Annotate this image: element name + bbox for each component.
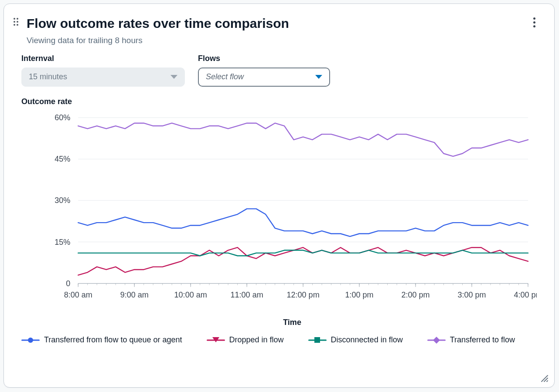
chart-legend: Transferred from flow to queue or agent … (4, 327, 554, 345)
legend-label: Dropped in flow (229, 335, 284, 345)
svg-text:30%: 30% (55, 196, 70, 205)
panel-subtitle: Viewing data for trailing 8 hours (27, 36, 289, 45)
triangle-down-marker-icon (207, 337, 225, 344)
flows-control: Flows Select flow (198, 54, 330, 87)
svg-text:10:00 am: 10:00 am (174, 290, 207, 299)
diamond-marker-icon (427, 337, 446, 344)
more-options-button[interactable] (528, 16, 540, 28)
y-axis-title: Outcome rate (21, 97, 537, 106)
svg-text:15%: 15% (55, 237, 70, 246)
resize-handle-icon[interactable] (540, 374, 549, 383)
svg-text:11:00 am: 11:00 am (231, 290, 263, 299)
panel-header: Flow outcome rates over time comparison … (4, 4, 554, 48)
interval-label: Internval (21, 54, 185, 63)
legend-label: Disconnected in flow (331, 335, 403, 345)
legend-item-transferred-to-flow[interactable]: Transferred to flow (427, 335, 515, 345)
interval-control: Internval 15 minutes (21, 54, 185, 87)
svg-text:4:00 pm: 4:00 pm (514, 290, 537, 299)
legend-label: Transferred to flow (450, 335, 515, 345)
legend-item-transferred-to-queue[interactable]: Transferred from flow to queue or agent (21, 335, 182, 345)
svg-text:12:00 pm: 12:00 pm (287, 290, 320, 299)
flows-label: Flows (198, 54, 330, 63)
legend-item-disconnected[interactable]: Disconnected in flow (308, 335, 403, 345)
interval-select-value: 15 minutes (29, 72, 67, 81)
svg-text:0: 0 (66, 279, 70, 287)
chart-panel: Flow outcome rates over time comparison … (3, 3, 555, 388)
interval-select[interactable]: 15 minutes (21, 68, 185, 87)
svg-text:9:00 am: 9:00 am (120, 290, 149, 299)
flows-select[interactable]: Select flow (198, 68, 330, 87)
svg-text:3:00 pm: 3:00 pm (457, 290, 486, 299)
legend-item-dropped[interactable]: Dropped in flow (207, 335, 284, 345)
circle-marker-icon (21, 337, 40, 344)
panel-title: Flow outcome rates over time comparison (27, 16, 289, 31)
svg-text:60%: 60% (55, 113, 70, 122)
square-marker-icon (308, 337, 327, 344)
svg-text:1:00 pm: 1:00 pm (345, 290, 374, 299)
chevron-down-icon (315, 75, 322, 79)
legend-label: Transferred from flow to queue or agent (44, 335, 182, 345)
chevron-down-icon (170, 75, 177, 79)
svg-text:Time: Time (283, 318, 301, 326)
svg-text:8:00 am: 8:00 am (64, 290, 92, 299)
flows-select-placeholder: Select flow (206, 72, 244, 81)
chart-area: Outcome rate 60%45%30%15%0 8:00 am9:00 a… (4, 87, 554, 327)
svg-text:45%: 45% (55, 155, 70, 163)
svg-text:2:00 pm: 2:00 pm (401, 290, 429, 299)
controls-row: Internval 15 minutes Flows Select flow (4, 48, 554, 87)
outcome-rate-chart: 60%45%30%15%0 8:00 am9:00 am10:00 am11:0… (21, 109, 537, 327)
